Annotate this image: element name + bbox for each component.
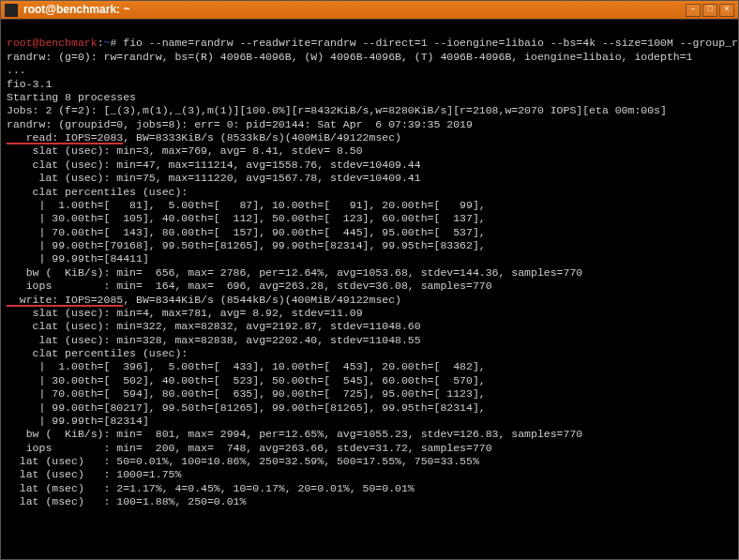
output-line: ... <box>7 64 26 76</box>
output-line: lat (usec) : 50=0.01%, 100=10.86%, 250=3… <box>7 455 479 467</box>
output-line: lat (usec) : 1000=1.75% <box>7 468 181 480</box>
output-line: | 30.00th=[ 105], 40.00th=[ 112], 50.00t… <box>7 212 486 224</box>
output-line: fio-3.1 <box>7 78 52 90</box>
output-line: | 70.00th=[ 143], 80.00th=[ 157], 90.00t… <box>7 226 486 238</box>
read-iops-highlight: read: IOPS=2083 <box>7 131 123 144</box>
prompt-user: root@benchmark <box>7 37 98 49</box>
terminal-icon <box>5 4 18 17</box>
terminal-body[interactable]: root@benchmark:~# fio --name=randrw --re… <box>1 20 738 513</box>
output-line: | 30.00th=[ 502], 40.00th=[ 523], 50.00t… <box>7 374 486 386</box>
minimize-button[interactable]: – <box>686 4 701 17</box>
output-line: slat (usec): min=3, max=769, avg= 8.41, … <box>7 144 363 157</box>
output-line: clat (usec): min=47, max=111214, avg=155… <box>7 159 421 171</box>
command-line: fio --name=randrw --readwrite=randrw --d… <box>123 37 739 49</box>
output-line: clat percentiles (usec): <box>7 347 188 359</box>
prompt-sep: : <box>98 37 104 49</box>
output-line: clat (usec): min=322, max=82832, avg=219… <box>7 320 421 332</box>
output-line: bw ( KiB/s): min= 656, max= 2786, per=12… <box>7 266 582 279</box>
output-line: lat (msec) : 100=1.88%, 250=0.01% <box>7 495 246 507</box>
maximize-button[interactable]: □ <box>702 4 717 17</box>
title-left: root@benchmark: ~ <box>5 3 129 17</box>
output-line: randrw: (g=0): rw=randrw, bs=(R) 4096B-4… <box>7 51 693 63</box>
write-iops-highlight: write: IOPS=2085 <box>7 294 123 306</box>
window-controls: – □ × <box>686 4 734 17</box>
output-line: | 99.00th=[80217], 99.50th=[81265], 99.9… <box>7 401 486 414</box>
output-line: , BW=8333KiB/s (8533kB/s)(400MiB/49122ms… <box>123 131 401 144</box>
output-line: slat (usec): min=4, max=781, avg= 8.92, … <box>7 307 363 319</box>
output-line: bw ( KiB/s): min= 801, max= 2994, per=12… <box>7 428 582 440</box>
output-line: randrw: (groupid=0, jobs=8): err= 0: pid… <box>7 118 473 130</box>
output-line: | 1.00th=[ 81], 5.00th=[ 87], 10.00th=[ … <box>7 199 486 211</box>
output-line: Starting 8 processes <box>7 91 136 103</box>
close-button[interactable]: × <box>719 4 734 17</box>
window-title: root@benchmark: ~ <box>23 3 129 17</box>
output-line: , BW=8344KiB/s (8544kB/s)(400MiB/49122ms… <box>123 294 401 306</box>
output-line: | 1.00th=[ 396], 5.00th=[ 433], 10.00th=… <box>7 360 486 372</box>
window-titlebar: root@benchmark: ~ – □ × <box>1 1 738 20</box>
output-line: lat (usec): min=75, max=111220, avg=1567… <box>7 172 421 184</box>
output-line: iops : min= 200, max= 748, avg=263.66, s… <box>7 442 492 454</box>
output-line: | 99.99th=[82314] <box>7 415 149 427</box>
output-line: | 70.00th=[ 594], 80.00th=[ 635], 90.00t… <box>7 387 486 400</box>
output-line: lat (usec): min=328, max=82838, avg=2202… <box>7 334 421 346</box>
output-line: iops : min= 164, max= 696, avg=263.28, s… <box>7 280 492 292</box>
output-line: clat percentiles (usec): <box>7 186 188 198</box>
output-line: | 99.99th=[84411] <box>7 252 149 265</box>
output-line: Jobs: 2 (f=2): [_(3),m(1),_(3),m(1)][100… <box>7 104 667 116</box>
output-line: | 99.00th=[79168], 99.50th=[81265], 99.9… <box>7 239 486 251</box>
output-line: lat (msec) : 2=1.17%, 4=0.45%, 10=0.17%,… <box>7 482 415 494</box>
